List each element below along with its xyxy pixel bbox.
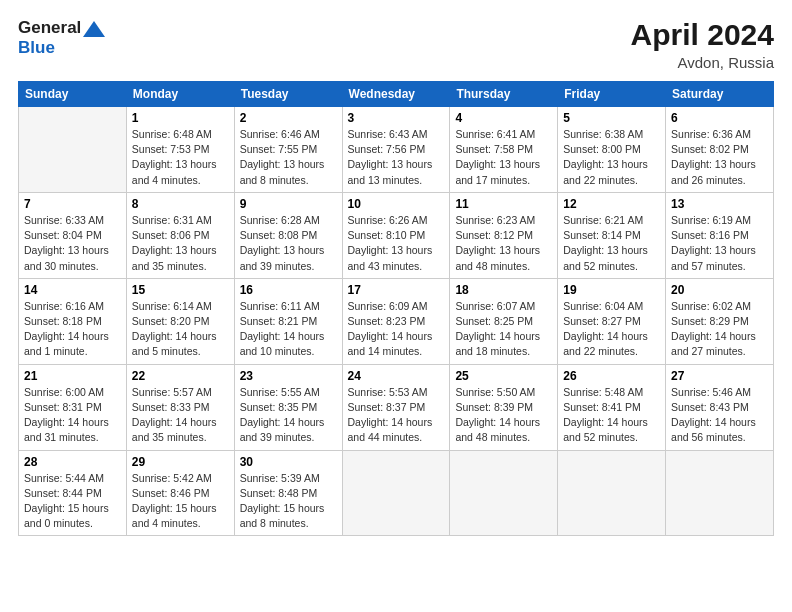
day-info: Sunrise: 5:48 AMSunset: 8:41 PMDaylight:…	[563, 385, 660, 446]
day-info: Sunrise: 5:39 AMSunset: 8:48 PMDaylight:…	[240, 471, 337, 532]
calendar-cell: 10Sunrise: 6:26 AMSunset: 8:10 PMDayligh…	[342, 192, 450, 278]
calendar-cell	[450, 450, 558, 536]
day-info: Sunrise: 6:43 AMSunset: 7:56 PMDaylight:…	[348, 127, 445, 188]
calendar-week-3: 14Sunrise: 6:16 AMSunset: 8:18 PMDayligh…	[19, 278, 774, 364]
calendar-cell: 19Sunrise: 6:04 AMSunset: 8:27 PMDayligh…	[558, 278, 666, 364]
calendar-cell: 18Sunrise: 6:07 AMSunset: 8:25 PMDayligh…	[450, 278, 558, 364]
calendar-cell: 15Sunrise: 6:14 AMSunset: 8:20 PMDayligh…	[126, 278, 234, 364]
day-number: 17	[348, 283, 445, 297]
day-info: Sunrise: 6:11 AMSunset: 8:21 PMDaylight:…	[240, 299, 337, 360]
calendar-cell: 30Sunrise: 5:39 AMSunset: 8:48 PMDayligh…	[234, 450, 342, 536]
day-info: Sunrise: 6:26 AMSunset: 8:10 PMDaylight:…	[348, 213, 445, 274]
day-number: 5	[563, 111, 660, 125]
calendar-week-2: 7Sunrise: 6:33 AMSunset: 8:04 PMDaylight…	[19, 192, 774, 278]
calendar-cell: 29Sunrise: 5:42 AMSunset: 8:46 PMDayligh…	[126, 450, 234, 536]
header: General Blue April 2024 Avdon, Russia	[18, 18, 774, 71]
day-number: 26	[563, 369, 660, 383]
weekday-header-sunday: Sunday	[19, 82, 127, 107]
day-number: 20	[671, 283, 768, 297]
day-number: 24	[348, 369, 445, 383]
weekday-header-wednesday: Wednesday	[342, 82, 450, 107]
calendar-table: SundayMondayTuesdayWednesdayThursdayFrid…	[18, 81, 774, 536]
day-info: Sunrise: 6:48 AMSunset: 7:53 PMDaylight:…	[132, 127, 229, 188]
logo-blue: Blue	[18, 38, 105, 58]
day-number: 8	[132, 197, 229, 211]
svg-marker-0	[83, 21, 105, 37]
calendar-week-5: 28Sunrise: 5:44 AMSunset: 8:44 PMDayligh…	[19, 450, 774, 536]
day-info: Sunrise: 6:09 AMSunset: 8:23 PMDaylight:…	[348, 299, 445, 360]
weekday-header-thursday: Thursday	[450, 82, 558, 107]
day-number: 7	[24, 197, 121, 211]
day-number: 10	[348, 197, 445, 211]
day-info: Sunrise: 6:00 AMSunset: 8:31 PMDaylight:…	[24, 385, 121, 446]
day-number: 30	[240, 455, 337, 469]
day-number: 9	[240, 197, 337, 211]
day-info: Sunrise: 6:46 AMSunset: 7:55 PMDaylight:…	[240, 127, 337, 188]
day-info: Sunrise: 5:53 AMSunset: 8:37 PMDaylight:…	[348, 385, 445, 446]
day-info: Sunrise: 6:36 AMSunset: 8:02 PMDaylight:…	[671, 127, 768, 188]
day-number: 4	[455, 111, 552, 125]
calendar-cell: 17Sunrise: 6:09 AMSunset: 8:23 PMDayligh…	[342, 278, 450, 364]
calendar-cell: 1Sunrise: 6:48 AMSunset: 7:53 PMDaylight…	[126, 107, 234, 193]
calendar-cell: 16Sunrise: 6:11 AMSunset: 8:21 PMDayligh…	[234, 278, 342, 364]
calendar-cell: 7Sunrise: 6:33 AMSunset: 8:04 PMDaylight…	[19, 192, 127, 278]
logo: General Blue	[18, 18, 105, 57]
weekday-header-tuesday: Tuesday	[234, 82, 342, 107]
title-block: April 2024 Avdon, Russia	[631, 18, 774, 71]
calendar-cell: 23Sunrise: 5:55 AMSunset: 8:35 PMDayligh…	[234, 364, 342, 450]
day-info: Sunrise: 6:28 AMSunset: 8:08 PMDaylight:…	[240, 213, 337, 274]
day-info: Sunrise: 6:41 AMSunset: 7:58 PMDaylight:…	[455, 127, 552, 188]
day-number: 25	[455, 369, 552, 383]
day-number: 6	[671, 111, 768, 125]
day-number: 14	[24, 283, 121, 297]
calendar-cell: 9Sunrise: 6:28 AMSunset: 8:08 PMDaylight…	[234, 192, 342, 278]
calendar-cell: 8Sunrise: 6:31 AMSunset: 8:06 PMDaylight…	[126, 192, 234, 278]
day-info: Sunrise: 6:04 AMSunset: 8:27 PMDaylight:…	[563, 299, 660, 360]
calendar-cell: 26Sunrise: 5:48 AMSunset: 8:41 PMDayligh…	[558, 364, 666, 450]
calendar-cell: 21Sunrise: 6:00 AMSunset: 8:31 PMDayligh…	[19, 364, 127, 450]
calendar-cell: 28Sunrise: 5:44 AMSunset: 8:44 PMDayligh…	[19, 450, 127, 536]
day-number: 11	[455, 197, 552, 211]
day-info: Sunrise: 6:07 AMSunset: 8:25 PMDaylight:…	[455, 299, 552, 360]
calendar-cell: 3Sunrise: 6:43 AMSunset: 7:56 PMDaylight…	[342, 107, 450, 193]
calendar-week-1: 1Sunrise: 6:48 AMSunset: 7:53 PMDaylight…	[19, 107, 774, 193]
calendar-cell: 27Sunrise: 5:46 AMSunset: 8:43 PMDayligh…	[666, 364, 774, 450]
day-number: 28	[24, 455, 121, 469]
day-info: Sunrise: 6:38 AMSunset: 8:00 PMDaylight:…	[563, 127, 660, 188]
calendar-cell: 20Sunrise: 6:02 AMSunset: 8:29 PMDayligh…	[666, 278, 774, 364]
day-number: 15	[132, 283, 229, 297]
day-info: Sunrise: 6:14 AMSunset: 8:20 PMDaylight:…	[132, 299, 229, 360]
day-info: Sunrise: 6:19 AMSunset: 8:16 PMDaylight:…	[671, 213, 768, 274]
calendar-cell: 12Sunrise: 6:21 AMSunset: 8:14 PMDayligh…	[558, 192, 666, 278]
weekday-header-monday: Monday	[126, 82, 234, 107]
day-info: Sunrise: 5:42 AMSunset: 8:46 PMDaylight:…	[132, 471, 229, 532]
day-number: 21	[24, 369, 121, 383]
day-info: Sunrise: 5:50 AMSunset: 8:39 PMDaylight:…	[455, 385, 552, 446]
day-number: 2	[240, 111, 337, 125]
calendar-cell: 4Sunrise: 6:41 AMSunset: 7:58 PMDaylight…	[450, 107, 558, 193]
calendar-cell: 5Sunrise: 6:38 AMSunset: 8:00 PMDaylight…	[558, 107, 666, 193]
day-number: 3	[348, 111, 445, 125]
calendar-cell: 11Sunrise: 6:23 AMSunset: 8:12 PMDayligh…	[450, 192, 558, 278]
day-number: 22	[132, 369, 229, 383]
calendar-cell: 2Sunrise: 6:46 AMSunset: 7:55 PMDaylight…	[234, 107, 342, 193]
page: General Blue April 2024 Avdon, Russia Su…	[0, 0, 792, 612]
calendar-cell: 22Sunrise: 5:57 AMSunset: 8:33 PMDayligh…	[126, 364, 234, 450]
calendar-week-4: 21Sunrise: 6:00 AMSunset: 8:31 PMDayligh…	[19, 364, 774, 450]
calendar-cell	[19, 107, 127, 193]
day-number: 18	[455, 283, 552, 297]
day-info: Sunrise: 5:44 AMSunset: 8:44 PMDaylight:…	[24, 471, 121, 532]
calendar-header-row: SundayMondayTuesdayWednesdayThursdayFrid…	[19, 82, 774, 107]
weekday-header-saturday: Saturday	[666, 82, 774, 107]
day-info: Sunrise: 5:55 AMSunset: 8:35 PMDaylight:…	[240, 385, 337, 446]
title-month: April 2024	[631, 18, 774, 52]
day-info: Sunrise: 5:46 AMSunset: 8:43 PMDaylight:…	[671, 385, 768, 446]
calendar-cell: 6Sunrise: 6:36 AMSunset: 8:02 PMDaylight…	[666, 107, 774, 193]
calendar-cell: 25Sunrise: 5:50 AMSunset: 8:39 PMDayligh…	[450, 364, 558, 450]
calendar-cell: 24Sunrise: 5:53 AMSunset: 8:37 PMDayligh…	[342, 364, 450, 450]
day-number: 13	[671, 197, 768, 211]
calendar-cell	[666, 450, 774, 536]
logo-icon	[83, 21, 105, 37]
day-info: Sunrise: 6:02 AMSunset: 8:29 PMDaylight:…	[671, 299, 768, 360]
calendar-cell	[558, 450, 666, 536]
